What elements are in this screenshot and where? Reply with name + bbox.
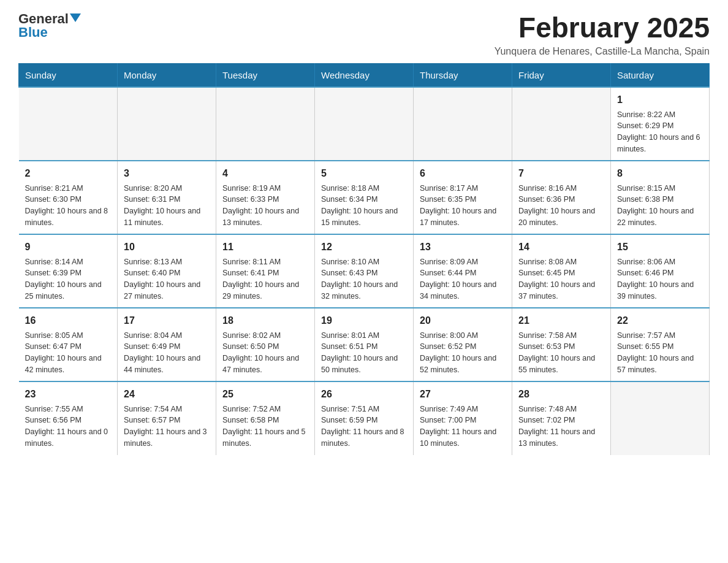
calendar-day-cell: 2Sunrise: 8:21 AMSunset: 6:30 PMDaylight…	[19, 161, 118, 234]
daylight-text: Daylight: 11 hours and 0 minutes.	[25, 426, 112, 450]
sunrise-text: Sunrise: 8:16 AM	[518, 183, 604, 194]
calendar-week-row: 23Sunrise: 7:55 AMSunset: 6:56 PMDayligh…	[19, 381, 710, 455]
calendar-day-cell: 9Sunrise: 8:14 AMSunset: 6:39 PMDaylight…	[19, 234, 118, 308]
sunrise-text: Sunrise: 8:20 AM	[124, 183, 210, 194]
daylight-text: Daylight: 10 hours and 8 minutes.	[25, 205, 112, 229]
day-cell-content: 12Sunrise: 8:10 AMSunset: 6:43 PMDayligh…	[321, 240, 407, 302]
sunset-text: Sunset: 6:40 PM	[124, 267, 210, 279]
day-cell-content: 17Sunrise: 8:04 AMSunset: 6:49 PMDayligh…	[124, 313, 210, 376]
svg-marker-0	[70, 13, 81, 22]
calendar-day-cell: 26Sunrise: 7:51 AMSunset: 6:59 PMDayligh…	[315, 381, 414, 455]
day-number: 19	[321, 313, 407, 328]
daylight-text: Daylight: 11 hours and 10 minutes.	[420, 426, 506, 450]
sunrise-text: Sunrise: 8:21 AM	[25, 183, 112, 194]
sunset-text: Sunset: 6:35 PM	[420, 194, 506, 205]
calendar-day-cell: 28Sunrise: 7:48 AMSunset: 7:02 PMDayligh…	[512, 381, 611, 455]
column-header-tuesday: Tuesday	[216, 63, 315, 87]
calendar-day-cell: 19Sunrise: 8:01 AMSunset: 6:51 PMDayligh…	[315, 308, 414, 381]
logo-general-text: General	[18, 12, 69, 26]
calendar-day-cell: 25Sunrise: 7:52 AMSunset: 6:58 PMDayligh…	[216, 381, 315, 455]
calendar-day-cell: 18Sunrise: 8:02 AMSunset: 6:50 PMDayligh…	[216, 308, 315, 381]
daylight-text: Daylight: 10 hours and 15 minutes.	[321, 205, 407, 229]
day-cell-content: 11Sunrise: 8:11 AMSunset: 6:41 PMDayligh…	[222, 240, 308, 302]
day-number: 7	[518, 166, 604, 181]
calendar-day-cell	[611, 381, 710, 455]
calendar-day-cell: 27Sunrise: 7:49 AMSunset: 7:00 PMDayligh…	[414, 381, 512, 455]
sunrise-text: Sunrise: 7:57 AM	[617, 330, 703, 342]
daylight-text: Daylight: 10 hours and 22 minutes.	[617, 205, 703, 229]
logo-triangle-icon	[70, 13, 81, 22]
calendar-day-cell: 3Sunrise: 8:20 AMSunset: 6:31 PMDaylight…	[118, 161, 216, 234]
logo: General Blue	[18, 12, 81, 39]
day-cell-content: 26Sunrise: 7:51 AMSunset: 6:59 PMDayligh…	[321, 387, 407, 450]
day-cell-content: 15Sunrise: 8:06 AMSunset: 6:46 PMDayligh…	[617, 240, 703, 302]
day-number: 10	[124, 240, 210, 255]
day-number: 21	[518, 313, 604, 328]
location-text: Yunquera de Henares, Castille-La Mancha,…	[495, 46, 710, 57]
calendar-day-cell: 12Sunrise: 8:10 AMSunset: 6:43 PMDayligh…	[315, 234, 414, 308]
day-number: 28	[518, 387, 604, 402]
daylight-text: Daylight: 10 hours and 6 minutes.	[617, 132, 703, 155]
sunset-text: Sunset: 6:46 PM	[617, 267, 703, 279]
day-cell-content: 13Sunrise: 8:09 AMSunset: 6:44 PMDayligh…	[420, 240, 506, 302]
day-cell-content: 20Sunrise: 8:00 AMSunset: 6:52 PMDayligh…	[420, 313, 506, 376]
column-header-monday: Monday	[118, 63, 216, 87]
column-header-friday: Friday	[512, 63, 611, 87]
sunset-text: Sunset: 6:57 PM	[124, 415, 210, 426]
sunset-text: Sunset: 6:47 PM	[25, 341, 112, 353]
calendar-day-cell: 21Sunrise: 7:58 AMSunset: 6:53 PMDayligh…	[512, 308, 611, 381]
calendar-day-cell: 10Sunrise: 8:13 AMSunset: 6:40 PMDayligh…	[118, 234, 216, 308]
calendar-day-cell: 20Sunrise: 8:00 AMSunset: 6:52 PMDayligh…	[414, 308, 512, 381]
calendar-day-cell: 6Sunrise: 8:17 AMSunset: 6:35 PMDaylight…	[414, 161, 512, 234]
sunset-text: Sunset: 6:43 PM	[321, 267, 407, 279]
sunset-text: Sunset: 6:39 PM	[25, 267, 112, 279]
page-header: General Blue February 2025 Yunquera de H…	[18, 12, 710, 57]
sunrise-text: Sunrise: 7:52 AM	[222, 404, 308, 415]
sunrise-text: Sunrise: 8:00 AM	[420, 330, 506, 342]
calendar-table: SundayMondayTuesdayWednesdayThursdayFrid…	[18, 63, 710, 455]
daylight-text: Daylight: 10 hours and 42 minutes.	[25, 353, 112, 376]
calendar-day-cell	[19, 87, 118, 161]
day-number: 8	[617, 166, 703, 181]
sunset-text: Sunset: 6:55 PM	[617, 341, 703, 353]
sunrise-text: Sunrise: 8:17 AM	[420, 183, 506, 194]
sunrise-text: Sunrise: 8:14 AM	[25, 256, 112, 268]
calendar-day-cell: 15Sunrise: 8:06 AMSunset: 6:46 PMDayligh…	[611, 234, 710, 308]
sunrise-text: Sunrise: 8:19 AM	[222, 183, 308, 194]
sunrise-text: Sunrise: 7:54 AM	[124, 404, 210, 415]
column-header-sunday: Sunday	[19, 63, 118, 87]
calendar-day-cell: 1Sunrise: 8:22 AMSunset: 6:29 PMDaylight…	[611, 87, 710, 161]
sunset-text: Sunset: 6:30 PM	[25, 194, 112, 205]
day-cell-content: 22Sunrise: 7:57 AMSunset: 6:55 PMDayligh…	[617, 313, 703, 376]
day-number: 24	[124, 387, 210, 402]
sunset-text: Sunset: 6:52 PM	[420, 341, 506, 353]
calendar-day-cell: 17Sunrise: 8:04 AMSunset: 6:49 PMDayligh…	[118, 308, 216, 381]
day-number: 18	[222, 313, 308, 328]
sunset-text: Sunset: 6:50 PM	[222, 341, 308, 353]
day-cell-content: 8Sunrise: 8:15 AMSunset: 6:38 PMDaylight…	[617, 166, 703, 229]
sunrise-text: Sunrise: 8:08 AM	[518, 256, 604, 268]
sunset-text: Sunset: 6:31 PM	[124, 194, 210, 205]
sunset-text: Sunset: 6:41 PM	[222, 267, 308, 279]
sunrise-text: Sunrise: 8:11 AM	[222, 256, 308, 268]
daylight-text: Daylight: 10 hours and 57 minutes.	[617, 353, 703, 376]
day-number: 25	[222, 387, 308, 402]
month-title: February 2025	[495, 12, 710, 44]
sunset-text: Sunset: 6:33 PM	[222, 194, 308, 205]
sunset-text: Sunset: 6:29 PM	[617, 120, 703, 132]
day-cell-content: 28Sunrise: 7:48 AMSunset: 7:02 PMDayligh…	[518, 387, 604, 450]
calendar-day-cell: 7Sunrise: 8:16 AMSunset: 6:36 PMDaylight…	[512, 161, 611, 234]
day-number: 6	[420, 166, 506, 181]
calendar-day-cell: 14Sunrise: 8:08 AMSunset: 6:45 PMDayligh…	[512, 234, 611, 308]
day-number: 15	[617, 240, 703, 255]
sunrise-text: Sunrise: 8:02 AM	[222, 330, 308, 342]
calendar-day-cell: 4Sunrise: 8:19 AMSunset: 6:33 PMDaylight…	[216, 161, 315, 234]
day-cell-content: 25Sunrise: 7:52 AMSunset: 6:58 PMDayligh…	[222, 387, 308, 450]
daylight-text: Daylight: 10 hours and 13 minutes.	[222, 205, 308, 229]
daylight-text: Daylight: 10 hours and 27 minutes.	[124, 279, 210, 302]
sunset-text: Sunset: 6:58 PM	[222, 415, 308, 426]
day-number: 12	[321, 240, 407, 255]
day-number: 20	[420, 313, 506, 328]
daylight-text: Daylight: 11 hours and 13 minutes.	[518, 426, 604, 450]
day-number: 27	[420, 387, 506, 402]
